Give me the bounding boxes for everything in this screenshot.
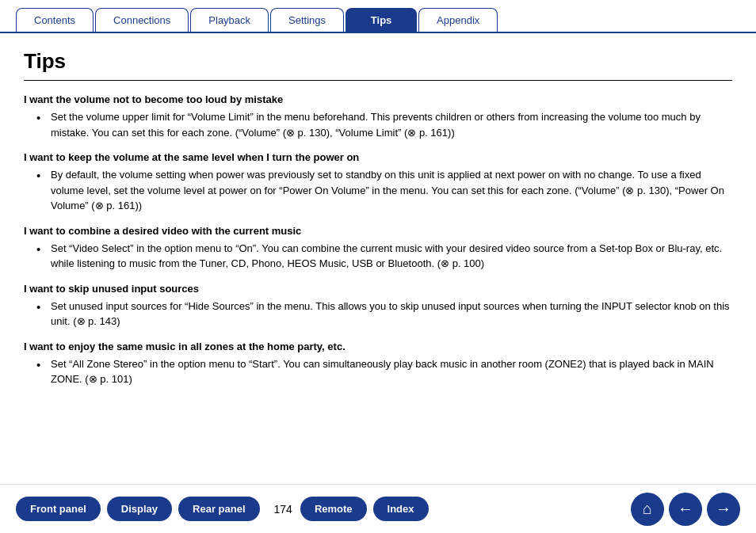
list-item: • By default, the volume setting when po… [36, 167, 732, 214]
section-5-body: • Set “All Zone Stereo” in the option me… [36, 356, 732, 387]
index-button[interactable]: Index [373, 497, 429, 521]
section-2: I want to keep the volume at the same le… [24, 151, 732, 214]
page-number: 174 [274, 503, 292, 516]
list-item: • Set “All Zone Stereo” in the option me… [36, 356, 732, 387]
tab-appendix[interactable]: Appendix [418, 8, 498, 32]
section-2-heading: I want to keep the volume at the same le… [24, 151, 732, 163]
tab-tips[interactable]: Tips [346, 8, 417, 32]
list-item: • Set unused input sources for “Hide Sou… [36, 299, 732, 329]
bullet-icon: • [36, 167, 48, 184]
bottom-bar: Front panel Display Rear panel 174 Remot… [0, 484, 756, 533]
section-1-text: Set the volume upper limit for “Volume L… [51, 109, 732, 140]
bullet-icon: • [36, 356, 48, 373]
page-title: Tips [24, 49, 732, 74]
tab-connections[interactable]: Connections [95, 8, 189, 32]
home-button[interactable]: ⌂ [631, 493, 664, 526]
section-2-text: By default, the volume setting when powe… [51, 167, 732, 214]
section-1-body: • Set the volume upper limit for “Volume… [36, 109, 732, 140]
rear-panel-button[interactable]: Rear panel [178, 497, 259, 521]
bullet-icon: • [36, 299, 48, 315]
bullet-icon: • [36, 241, 48, 257]
tab-settings[interactable]: Settings [270, 8, 344, 32]
display-button[interactable]: Display [107, 497, 172, 521]
section-2-body: • By default, the volume setting when po… [36, 167, 732, 214]
tab-contents[interactable]: Contents [16, 8, 94, 32]
section-5: I want to enjoy the same music in all zo… [24, 341, 732, 387]
tab-bar: Contents Connections Playback Settings T… [0, 0, 756, 33]
section-3-body: • Set “Video Select” in the option menu … [36, 241, 732, 272]
front-panel-button[interactable]: Front panel [16, 497, 101, 521]
section-3-text: Set “Video Select” in the option menu to… [51, 241, 732, 272]
forward-button[interactable]: → [707, 493, 740, 526]
back-button[interactable]: ← [669, 493, 702, 526]
section-3-heading: I want to combine a desired video with t… [24, 225, 732, 237]
remote-button[interactable]: Remote [300, 497, 367, 521]
section-3: I want to combine a desired video with t… [24, 225, 732, 272]
tab-playback[interactable]: Playback [190, 8, 269, 32]
main-content: Tips I want the volume not to become too… [0, 33, 756, 478]
section-4-text: Set unused input sources for “Hide Sourc… [51, 299, 732, 329]
title-divider [24, 80, 732, 81]
section-4: I want to skip unused input sources • Se… [24, 283, 732, 329]
section-4-heading: I want to skip unused input sources [24, 283, 732, 295]
section-5-heading: I want to enjoy the same music in all zo… [24, 341, 732, 352]
list-item: • Set the volume upper limit for “Volume… [36, 109, 732, 140]
section-5-text: Set “All Zone Stereo” in the option menu… [51, 356, 732, 387]
section-1-heading: I want the volume not to become too loud… [24, 93, 732, 105]
section-4-body: • Set unused input sources for “Hide Sou… [36, 299, 732, 329]
bullet-icon: • [36, 109, 48, 126]
section-1: I want the volume not to become too loud… [24, 93, 732, 140]
list-item: • Set “Video Select” in the option menu … [36, 241, 732, 272]
